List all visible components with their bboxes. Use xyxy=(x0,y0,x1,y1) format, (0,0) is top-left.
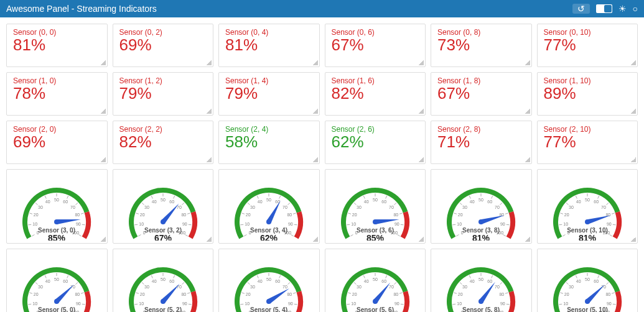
resize-handle-icon[interactable] xyxy=(525,60,530,65)
svg-line-146 xyxy=(29,304,32,305)
svg-line-206 xyxy=(288,282,291,284)
svg-line-50 xyxy=(241,224,244,225)
resize-handle-icon[interactable] xyxy=(525,157,530,162)
svg-line-208 xyxy=(293,293,296,294)
svg-line-64 xyxy=(293,213,296,214)
svg-text:60: 60 xyxy=(594,279,599,283)
number-indicator: Sensor (2, 6)62% xyxy=(325,121,426,164)
svg-line-134 xyxy=(606,203,609,204)
gauge-indicator: 0102030405060708090100 Sensor (3, 6) 85% xyxy=(325,169,426,244)
resize-handle-icon[interactable] xyxy=(207,60,212,65)
resize-handle-icon[interactable] xyxy=(313,60,318,65)
resize-handle-icon[interactable] xyxy=(101,157,106,162)
svg-text:20: 20 xyxy=(140,213,145,217)
svg-text:40: 40 xyxy=(45,200,50,204)
resize-handle-icon[interactable] xyxy=(419,237,424,242)
svg-line-36 xyxy=(173,196,174,199)
svg-line-84 xyxy=(385,196,386,199)
indicator-value: 77% xyxy=(544,132,632,152)
svg-text:70: 70 xyxy=(495,205,500,209)
resize-handle-icon[interactable] xyxy=(419,60,424,65)
indicator-grid: Sensor (0, 0)81%Sensor (0, 2)69%Sensor (… xyxy=(6,24,638,312)
svg-text:90: 90 xyxy=(607,222,612,226)
svg-text:40: 40 xyxy=(152,200,157,204)
svg-line-88 xyxy=(399,213,403,214)
resize-handle-icon[interactable] xyxy=(207,109,212,114)
resize-handle-icon[interactable] xyxy=(525,109,530,114)
svg-text:20: 20 xyxy=(352,292,357,296)
svg-line-156 xyxy=(67,275,68,278)
gauge-indicator: 0102030405060708090100 Sensor (5, 0) 69% xyxy=(6,249,108,312)
svg-text:40: 40 xyxy=(364,279,369,283)
svg-line-242 xyxy=(453,304,456,305)
svg-text:60: 60 xyxy=(276,279,281,283)
svg-point-167 xyxy=(54,299,59,304)
resize-handle-icon[interactable] xyxy=(525,237,530,242)
svg-text:10: 10 xyxy=(457,222,462,226)
svg-text:40: 40 xyxy=(258,200,263,204)
svg-text:60: 60 xyxy=(276,200,281,204)
svg-text:30: 30 xyxy=(569,285,574,289)
indicator-value: 62% xyxy=(332,132,419,152)
number-indicator: Sensor (1, 2)79% xyxy=(113,72,214,116)
svg-line-234 xyxy=(401,304,404,305)
gauge-indicator: 0102030405060708090100 Sensor (5, 8) 65% xyxy=(431,249,532,312)
svg-line-246 xyxy=(460,282,462,284)
indicator-value: 78% xyxy=(13,84,101,103)
indicator-value: 73% xyxy=(437,35,525,55)
svg-line-100 xyxy=(454,213,457,214)
indicator-value: 67% xyxy=(332,35,419,55)
svg-text:60: 60 xyxy=(63,200,68,204)
resize-handle-icon[interactable] xyxy=(631,157,636,162)
resize-handle-icon[interactable] xyxy=(631,109,636,114)
svg-text:30: 30 xyxy=(38,285,43,289)
svg-line-78 xyxy=(354,203,357,204)
svg-point-71 xyxy=(266,219,271,224)
svg-line-266 xyxy=(559,304,562,305)
number-indicator: Sensor (2, 0)69% xyxy=(6,121,108,164)
number-indicator: Sensor (1, 6)82% xyxy=(325,72,426,116)
number-indicator: Sensor (1, 0)78% xyxy=(6,72,108,116)
fullscreen-icon[interactable]: ○ xyxy=(633,4,638,14)
svg-text:60: 60 xyxy=(594,200,599,204)
svg-text:30: 30 xyxy=(250,285,255,289)
svg-line-32 xyxy=(151,196,152,199)
svg-text:50: 50 xyxy=(478,277,483,282)
svg-line-108 xyxy=(492,196,493,199)
svg-line-44 xyxy=(185,235,187,237)
resize-handle-icon[interactable] xyxy=(101,237,106,242)
gauge-indicator: 0102030405060708090100 Sensor (3, 8) 81% xyxy=(431,169,532,244)
svg-text:80: 80 xyxy=(500,292,505,296)
resize-handle-icon[interactable] xyxy=(631,237,636,242)
svg-text:20: 20 xyxy=(458,292,463,296)
svg-text:40: 40 xyxy=(576,279,581,283)
resize-handle-icon[interactable] xyxy=(419,109,424,114)
svg-line-48 xyxy=(244,235,246,237)
svg-text:10: 10 xyxy=(33,222,38,226)
resize-handle-icon[interactable] xyxy=(207,157,212,162)
theme-icon[interactable]: ☀ xyxy=(618,4,627,14)
undo-icon[interactable]: ↺ xyxy=(572,4,590,14)
svg-text:70: 70 xyxy=(495,285,500,289)
svg-text:70: 70 xyxy=(282,285,287,289)
indicator-value: 71% xyxy=(437,132,525,152)
resize-handle-icon[interactable] xyxy=(101,60,106,65)
number-indicator: Sensor (0, 8)73% xyxy=(431,24,532,67)
busy-indicator-toggle[interactable] xyxy=(596,4,612,13)
resize-handle-icon[interactable] xyxy=(631,60,636,65)
resize-handle-icon[interactable] xyxy=(313,109,318,114)
svg-text:90: 90 xyxy=(288,301,293,306)
resize-handle-icon[interactable] xyxy=(313,157,318,162)
svg-text:20: 20 xyxy=(34,213,39,217)
svg-text:40: 40 xyxy=(470,279,475,283)
header-toolbar: ↺ ☀ ○ xyxy=(572,4,638,14)
svg-line-132 xyxy=(597,196,599,199)
svg-text:50: 50 xyxy=(478,198,483,202)
resize-handle-icon[interactable] xyxy=(313,237,318,242)
main-content: Sensor (0, 0)81%Sensor (0, 2)69%Sensor (… xyxy=(0,17,644,312)
svg-line-76 xyxy=(348,213,351,214)
resize-handle-icon[interactable] xyxy=(207,237,212,242)
resize-handle-icon[interactable] xyxy=(101,109,106,114)
svg-line-182 xyxy=(182,282,184,284)
resize-handle-icon[interactable] xyxy=(419,157,424,162)
